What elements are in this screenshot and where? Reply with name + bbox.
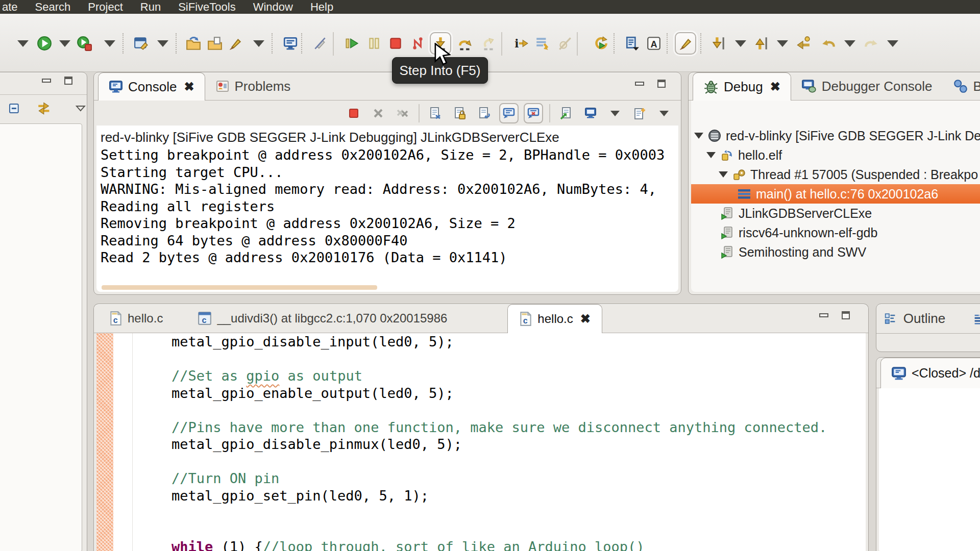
run-button[interactable] xyxy=(34,32,55,55)
minimize-icon[interactable] xyxy=(819,313,828,317)
tab-terminal[interactable]: <Closed> /de xyxy=(880,358,980,388)
skip-breakpoints-button[interactable] xyxy=(554,32,576,55)
open-console-icon xyxy=(633,107,646,120)
explorer-content[interactable] xyxy=(0,123,82,551)
next-annotation-dropdown[interactable] xyxy=(730,32,751,55)
show-stdout-toggle[interactable] xyxy=(499,103,519,123)
tab-hello-c-active[interactable]: c hello.c ✖ xyxy=(507,304,602,333)
maximize-icon[interactable] xyxy=(657,80,666,88)
tree-item-semihosting[interactable]: Semihosting and SWV xyxy=(691,242,980,262)
step-over-button[interactable] xyxy=(454,32,476,55)
letter-a-button[interactable]: A xyxy=(643,32,665,55)
run-dropdown[interactable] xyxy=(54,32,76,55)
no-edit-button[interactable] xyxy=(309,32,331,55)
next-annotation-button[interactable] xyxy=(707,32,729,55)
terminate-button[interactable] xyxy=(385,32,406,55)
maximize-icon[interactable] xyxy=(64,77,72,85)
horizontal-scrollbar[interactable] xyxy=(102,285,377,290)
tab-debugger-console[interactable]: Debugger Console xyxy=(791,72,943,100)
display-console-dropdown[interactable] xyxy=(605,103,625,123)
forward-nav-button[interactable] xyxy=(861,32,882,55)
goto-file-button[interactable] xyxy=(556,103,576,123)
last-edit-location-button[interactable] xyxy=(792,32,814,55)
menu-item-window[interactable]: Window xyxy=(253,0,293,14)
code-editor[interactable]: metal_gpio_disable_input(led0, 5); //Set… xyxy=(96,333,866,551)
close-icon[interactable]: ✖ xyxy=(184,80,194,94)
wizard-dropdown[interactable] xyxy=(152,32,174,55)
menu-item-search[interactable]: Search xyxy=(35,0,71,14)
twistie-icon[interactable] xyxy=(719,171,728,178)
remove-all-terminated-button[interactable] xyxy=(393,103,412,123)
view-lines-icon[interactable] xyxy=(974,311,980,327)
pause-icon xyxy=(366,36,382,51)
back-nav-button[interactable] xyxy=(818,32,839,55)
thread-icon xyxy=(732,168,746,181)
scroll-lock-button[interactable] xyxy=(450,103,470,123)
highlight-brush-button[interactable] xyxy=(225,32,246,55)
previous-annotation-dropdown[interactable] xyxy=(772,32,793,55)
tab-debug[interactable]: Debug ✖ xyxy=(693,72,791,101)
twistie-icon[interactable] xyxy=(706,152,716,158)
external-dropdown[interactable] xyxy=(99,32,120,55)
open-file-folder-button[interactable] xyxy=(204,32,226,55)
terminate-console-button[interactable] xyxy=(344,103,363,123)
menu-item-sifivetools[interactable]: SiFiveTools xyxy=(178,0,235,14)
terminal-content[interactable] xyxy=(879,388,980,551)
tree-item-gdb[interactable]: riscv64-unknown-elf-gdb xyxy=(691,223,980,242)
outline-icon xyxy=(885,311,896,327)
resume-button[interactable] xyxy=(341,32,362,55)
close-icon[interactable]: ✖ xyxy=(580,312,591,326)
link-with-editor-icon[interactable] xyxy=(36,101,52,116)
close-icon[interactable]: ✖ xyxy=(770,80,780,94)
display-console-button[interactable] xyxy=(581,103,600,123)
run-external-button[interactable] xyxy=(74,32,95,55)
suspend-button[interactable] xyxy=(363,32,385,55)
instruction-stepping-button[interactable]: i xyxy=(510,32,532,55)
tree-item-launch[interactable]: red-v-blinky [SiFive GDB SEGGER J-Link D… xyxy=(691,126,980,145)
collapse-all-icon[interactable] xyxy=(8,101,22,115)
tree-item-stack-frame[interactable]: main() at hello.c:76 0x200102a6 xyxy=(691,184,980,204)
maximize-icon[interactable] xyxy=(842,311,850,319)
annotation-ruler[interactable] xyxy=(96,333,113,551)
annotation-brush-toggle[interactable] xyxy=(675,32,696,55)
load-symbols-button[interactable] xyxy=(622,32,643,55)
menu-item-navigate[interactable]: ate xyxy=(2,0,18,14)
restart-button[interactable] xyxy=(590,32,611,55)
previous-annotation-button[interactable] xyxy=(750,32,772,55)
forward-dropdown[interactable] xyxy=(882,32,903,55)
brush-dropdown[interactable] xyxy=(248,32,270,55)
view-menu-icon[interactable] xyxy=(75,102,87,114)
open-folder-button[interactable] xyxy=(183,32,204,55)
menu-item-project[interactable]: Project xyxy=(88,0,122,14)
tab-problems[interactable]: Problems xyxy=(205,72,301,100)
step-filters-button[interactable] xyxy=(532,32,553,55)
menu-item-run[interactable]: Run xyxy=(140,0,161,14)
open-console-dropdown[interactable] xyxy=(654,103,674,123)
new-wizard-button[interactable] xyxy=(131,32,152,55)
minimize-icon[interactable] xyxy=(42,79,51,83)
toolbar-dropdown-1[interactable] xyxy=(12,32,34,55)
clear-console-button[interactable] xyxy=(426,103,445,123)
tree-item-thread[interactable]: Thread #1 57005 (Suspended : Breakpo xyxy=(691,165,980,184)
disconnect-button[interactable] xyxy=(407,32,429,55)
back-dropdown[interactable] xyxy=(839,32,861,55)
menu-item-help[interactable]: Help xyxy=(310,0,333,14)
show-stderr-toggle[interactable] xyxy=(524,103,543,123)
tab-problems-label: Problems xyxy=(235,79,291,94)
outline-title[interactable]: Outline xyxy=(903,311,945,327)
tab-breakpoints[interactable]: Bre xyxy=(943,72,980,100)
console-output[interactable]: red-v-blinky [SiFive GDB SEGGER J-Link D… xyxy=(96,126,678,292)
tree-item-gdbserver[interactable]: JLinkGDBServerCLExe xyxy=(691,204,980,223)
remove-launch-button[interactable] xyxy=(369,103,388,123)
open-console-button[interactable] xyxy=(630,103,649,123)
tab-console[interactable]: Console ✖ xyxy=(98,72,205,101)
tree-item-elf[interactable]: hello.elf xyxy=(691,145,980,165)
word-wrap-button[interactable] xyxy=(475,103,494,123)
minimize-icon[interactable] xyxy=(635,82,644,86)
console-monitor-button[interactable] xyxy=(280,32,301,55)
tab-udivdi3[interactable]: c __udivdi3() at libgcc2.c:1,070 0x20015… xyxy=(186,304,458,333)
step-return-button[interactable] xyxy=(478,32,499,55)
tab-hello-c-1[interactable]: c hello.c xyxy=(98,304,174,333)
debug-tree[interactable]: red-v-blinky [SiFive GDB SEGGER J-Link D… xyxy=(691,101,980,292)
twistie-icon[interactable] xyxy=(694,133,703,139)
